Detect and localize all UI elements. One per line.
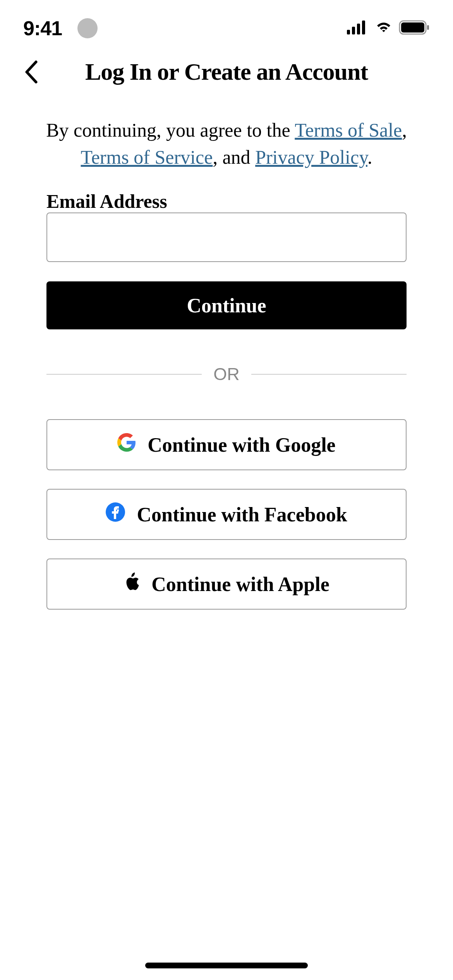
svg-rect-5 bbox=[401, 22, 424, 33]
consent-suffix: . bbox=[367, 146, 372, 168]
divider: OR bbox=[46, 364, 407, 384]
email-field[interactable] bbox=[46, 212, 407, 262]
apple-signin-button[interactable]: Continue with Apple bbox=[46, 559, 407, 610]
status-bar: 9:41 bbox=[0, 0, 453, 50]
home-indicator[interactable] bbox=[145, 963, 308, 968]
status-time: 9:41 bbox=[23, 17, 62, 40]
back-button[interactable] bbox=[19, 60, 43, 84]
divider-text: OR bbox=[213, 364, 240, 384]
consent-sep1: , bbox=[402, 119, 407, 141]
page-title: Log In or Create an Account bbox=[15, 58, 438, 86]
consent-prefix: By continuing, you agree to the bbox=[46, 119, 295, 141]
google-icon bbox=[117, 433, 136, 456]
google-button-label: Continue with Google bbox=[148, 433, 335, 456]
email-label: Email Address bbox=[46, 190, 167, 212]
facebook-icon bbox=[106, 502, 125, 526]
continue-button[interactable]: Continue bbox=[46, 281, 407, 329]
consent-sep2: , and bbox=[213, 146, 255, 168]
login-form: Email Address Continue OR Continue with … bbox=[0, 190, 453, 610]
page-header: Log In or Create an Account bbox=[0, 50, 453, 101]
svg-rect-6 bbox=[427, 25, 429, 30]
google-signin-button[interactable]: Continue with Google bbox=[46, 419, 407, 470]
svg-rect-2 bbox=[357, 24, 360, 34]
privacy-policy-link[interactable]: Privacy Policy bbox=[255, 146, 367, 168]
divider-line-left bbox=[46, 374, 202, 375]
wifi-icon bbox=[374, 21, 393, 36]
terms-of-service-link[interactable]: Terms of Service bbox=[81, 146, 213, 168]
consent-text: By continuing, you agree to the Terms of… bbox=[0, 101, 453, 190]
battery-icon bbox=[399, 20, 430, 36]
recording-indicator-icon bbox=[77, 18, 98, 38]
cellular-signal-icon bbox=[347, 21, 369, 36]
svg-rect-3 bbox=[362, 21, 365, 34]
facebook-signin-button[interactable]: Continue with Facebook bbox=[46, 489, 407, 540]
svg-rect-0 bbox=[347, 30, 350, 34]
apple-button-label: Continue with Apple bbox=[151, 573, 329, 596]
facebook-button-label: Continue with Facebook bbox=[137, 503, 347, 526]
chevron-left-icon bbox=[24, 60, 38, 84]
terms-of-sale-link[interactable]: Terms of Sale bbox=[295, 119, 402, 141]
divider-line-right bbox=[251, 374, 407, 375]
apple-icon bbox=[124, 572, 140, 596]
svg-rect-1 bbox=[352, 27, 355, 34]
